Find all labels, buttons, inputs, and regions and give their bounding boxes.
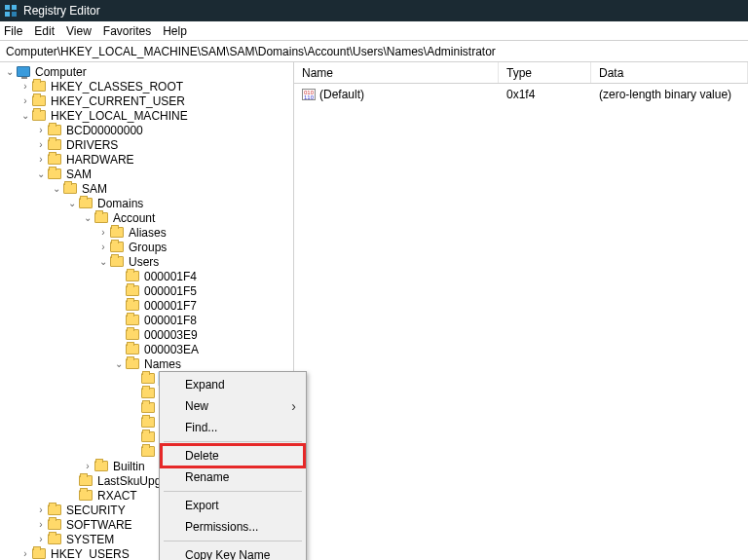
tree-label: Aliases (127, 226, 168, 240)
expander-icon[interactable]: ⌄ (35, 168, 47, 179)
expander-icon[interactable]: › (97, 242, 109, 252)
folder-icon (109, 241, 125, 254)
svg-rect-0 (5, 5, 10, 10)
folder-icon (140, 387, 156, 400)
menu-item-label: New (185, 399, 208, 413)
col-name[interactable]: Name (294, 62, 499, 83)
col-data[interactable]: Data (591, 62, 748, 83)
expander-icon[interactable]: › (35, 519, 47, 530)
menu-favorites[interactable]: Favorites (103, 24, 151, 38)
tree-node[interactable]: 000003EA (0, 342, 293, 356)
address-bar[interactable]: Computer\HKEY_LOCAL_MACHINE\SAM\SAM\Doma… (0, 41, 748, 62)
menu-item-label: Export (185, 499, 219, 512)
expander-icon[interactable]: › (35, 139, 47, 150)
folder-icon (125, 299, 140, 313)
tree-node[interactable]: 000001F5 (0, 283, 293, 298)
tree-label: Groups (127, 241, 168, 254)
tree-node[interactable]: ›Groups (0, 240, 293, 254)
col-type[interactable]: Type (499, 62, 591, 83)
folder-icon (47, 504, 62, 517)
menu-edit[interactable]: Edit (34, 24, 55, 38)
menu-item-export[interactable]: Export (162, 495, 304, 516)
expander-icon[interactable]: › (82, 461, 94, 471)
expander-icon[interactable]: › (97, 227, 109, 238)
tree-node[interactable]: ⌄Domains (0, 196, 293, 210)
folder-icon (31, 94, 47, 108)
folder-icon (94, 211, 109, 225)
window-title: Registry Editor (23, 4, 100, 18)
tree-node[interactable]: ⌄SAM (0, 167, 293, 181)
tree-label: SAM (64, 168, 94, 181)
menu-help[interactable]: Help (163, 24, 187, 38)
tree-node[interactable]: 000001F4 (0, 269, 293, 283)
expander-icon[interactable]: ⌄ (82, 212, 94, 223)
tree-label: 000001F7 (142, 299, 199, 313)
folder-icon (31, 547, 47, 561)
menu-item-find[interactable]: Find... (162, 417, 304, 438)
folder-icon (125, 284, 140, 298)
tree-label: 000001F8 (142, 314, 199, 327)
tree-node[interactable]: 000001F7 (0, 298, 293, 313)
expander-icon[interactable]: › (35, 125, 47, 135)
folder-icon (31, 109, 47, 123)
folder-icon (109, 255, 125, 269)
folder-icon (140, 372, 156, 386)
folder-icon (78, 197, 94, 210)
menu-item-expand[interactable]: Expand (162, 374, 304, 395)
expander-icon[interactable]: › (35, 504, 47, 515)
title-bar: Registry Editor (0, 0, 748, 21)
folder-icon (125, 314, 140, 327)
expander-icon[interactable]: › (35, 534, 47, 544)
tree-label: HKEY_CLASSES_ROOT (49, 80, 185, 93)
tree-node[interactable]: ⌄Account (0, 210, 293, 225)
menu-item-delete[interactable]: Delete (162, 445, 304, 467)
tree-node[interactable]: ›Aliases (0, 225, 293, 240)
expander-icon[interactable]: ⌄ (4, 66, 16, 77)
folder-icon (125, 357, 140, 371)
svg-rect-1 (12, 5, 17, 10)
menu-view[interactable]: View (66, 24, 92, 38)
tree-node-root[interactable]: ⌄Computer (0, 64, 293, 79)
folder-icon (78, 474, 94, 488)
menu-item-permissions[interactable]: Permissions... (162, 516, 304, 538)
expander-icon[interactable]: ⌄ (51, 183, 62, 194)
expander-icon[interactable]: › (19, 95, 31, 106)
menu-item-rename[interactable]: Rename (162, 467, 304, 488)
tree-node[interactable]: 000003E9 (0, 327, 293, 342)
tree-node[interactable]: ›HARDWARE (0, 152, 293, 167)
expander-icon[interactable]: ⌄ (97, 256, 109, 267)
tree-node[interactable]: ›HKEY_CLASSES_ROOT (0, 79, 293, 93)
cell-data: (zero-length binary value) (599, 88, 731, 101)
tree-node[interactable]: ⌄HKEY_LOCAL_MACHINE (0, 108, 293, 123)
menu-item-label: Copy Key Name (185, 548, 270, 560)
expander-icon[interactable]: › (35, 154, 47, 165)
menu-file[interactable]: File (4, 24, 22, 38)
tree-label: DRIVERS (64, 138, 120, 152)
tree-node[interactable]: ›DRIVERS (0, 137, 293, 152)
tree-label: HKEY_LOCAL_MACHINE (49, 109, 190, 123)
menu-bar: File Edit View Favorites Help (0, 21, 748, 41)
expander-icon[interactable]: ⌄ (19, 110, 31, 121)
tree-node[interactable]: ›BCD00000000 (0, 123, 293, 137)
tree-label: Computer (33, 65, 89, 79)
list-row[interactable]: (Default) 0x1f4 (zero-length binary valu… (294, 86, 748, 103)
expander-icon[interactable]: › (19, 81, 31, 92)
context-menu: ExpandNewFind...DeleteRenameExportPermis… (159, 371, 307, 560)
menu-item-copy-key-name[interactable]: Copy Key Name (162, 544, 304, 560)
tree-node[interactable]: ⌄SAM (0, 181, 293, 196)
menu-item-new[interactable]: New (162, 395, 304, 417)
folder-icon (47, 518, 62, 532)
tree-label: SYSTEM (64, 533, 116, 546)
expander-icon[interactable]: ⌄ (66, 198, 78, 208)
tree-node[interactable]: 000001F8 (0, 313, 293, 327)
folder-icon (140, 430, 156, 444)
folder-icon (140, 401, 156, 415)
tree-node[interactable]: ›HKEY_CURRENT_USER (0, 93, 293, 108)
svg-rect-2 (5, 12, 10, 17)
tree-node[interactable]: ⌄Names (0, 356, 293, 371)
expander-icon[interactable]: ⌄ (113, 358, 125, 369)
tree-node[interactable]: ⌄Users (0, 254, 293, 269)
folder-icon (125, 343, 140, 356)
tree-label: Domains (95, 197, 145, 210)
expander-icon[interactable]: › (19, 548, 31, 559)
